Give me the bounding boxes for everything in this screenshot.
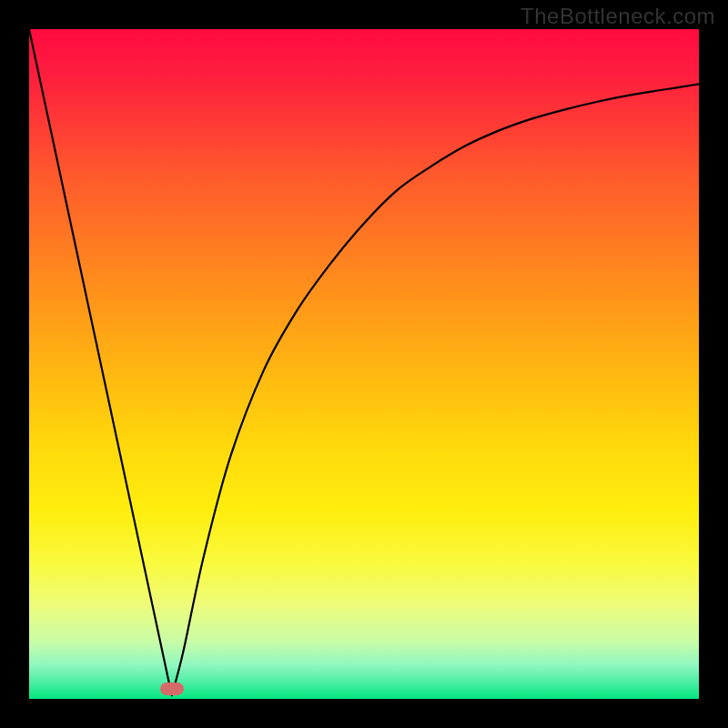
bottleneck-curve: [29, 29, 699, 699]
watermark-text: TheBottleneck.com: [521, 4, 715, 29]
curve-path: [29, 29, 699, 695]
chart-frame: TheBottleneck.com: [0, 0, 728, 728]
plot-area: [29, 29, 699, 699]
minimum-marker: [160, 682, 184, 695]
